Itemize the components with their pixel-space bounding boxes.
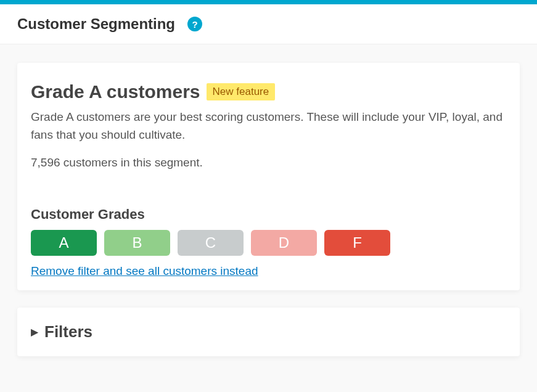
segment-card: Grade A customers New feature Grade A cu… xyxy=(17,63,520,290)
page-header: Customer Segmenting ? xyxy=(0,4,537,44)
content-wrap: Grade A customers New feature Grade A cu… xyxy=(0,44,537,375)
remove-filter-link[interactable]: Remove filter and see all customers inst… xyxy=(31,264,258,278)
filters-card[interactable]: ▶ Filters xyxy=(17,308,520,356)
grades-row: A B C D F xyxy=(31,230,506,256)
segment-count: 7,596 customers in this segment. xyxy=(31,156,506,169)
disclosure-icon: ▶ xyxy=(31,326,38,338)
grade-c-button[interactable]: C xyxy=(178,230,244,256)
new-feature-badge: New feature xyxy=(207,83,276,100)
grades-title: Customer Grades xyxy=(31,206,506,223)
help-icon[interactable]: ? xyxy=(187,17,202,31)
grade-a-button[interactable]: A xyxy=(31,230,97,256)
grade-b-button[interactable]: B xyxy=(104,230,170,256)
segment-title: Grade A customers xyxy=(31,81,200,102)
filters-title: Filters xyxy=(44,322,92,341)
page-title: Customer Segmenting xyxy=(17,15,175,33)
grade-d-button[interactable]: D xyxy=(251,230,317,256)
grade-f-button[interactable]: F xyxy=(324,230,390,256)
top-accent-bar xyxy=(0,0,537,4)
segment-description: Grade A customers are your best scoring … xyxy=(31,108,506,144)
segment-header: Grade A customers New feature xyxy=(31,81,506,102)
